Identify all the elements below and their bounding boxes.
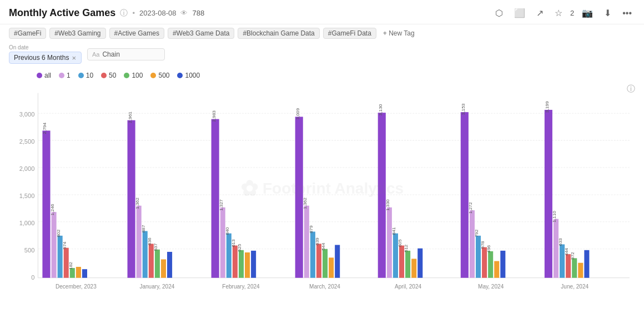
meta-date: 2023-08-08	[139, 9, 177, 17]
svg-text:500: 500	[24, 247, 34, 254]
legend-dot-1000	[177, 73, 183, 78]
svg-text:1,246: 1,246	[50, 204, 55, 215]
bar	[167, 252, 172, 278]
legend-label-50: 50	[109, 72, 116, 79]
external-link-button[interactable]: ↗	[533, 6, 547, 21]
bar	[405, 251, 410, 278]
tag-blockchaingamedata[interactable]: #Blockchain Game Data	[238, 28, 319, 39]
period-value: Previous 6 Months	[14, 54, 69, 62]
bar	[329, 257, 334, 277]
new-tag-button[interactable]: + New Tag	[380, 28, 418, 38]
legend-dot-1	[59, 73, 64, 78]
svg-text:1,110: 1,110	[552, 211, 557, 222]
bar	[82, 269, 87, 278]
chart-area: all 1 10 50 100 500 1000 ✿ Footpr	[0, 68, 644, 295]
bar	[239, 250, 244, 278]
bar	[52, 212, 57, 278]
text-icon: Aa	[92, 51, 99, 58]
bar	[323, 249, 328, 278]
bar	[155, 250, 160, 278]
period-close-button[interactable]: ×	[71, 54, 77, 62]
legend-1: 1	[59, 72, 71, 79]
bar	[584, 250, 589, 278]
svg-text:525: 525	[237, 244, 242, 251]
tag-activegames[interactable]: #Active Games	[109, 28, 164, 39]
filter-date-label: On date Previous 6 Months ×	[9, 44, 82, 64]
period-filter-chip[interactable]: Previous 6 Months ×	[9, 52, 82, 64]
info-icon[interactable]: ⓘ	[120, 8, 128, 18]
fullscreen-button[interactable]: ⬜	[511, 6, 529, 21]
bar	[335, 245, 340, 277]
svg-text:802: 802	[56, 229, 61, 237]
bar	[128, 120, 135, 278]
svg-text:3,199: 3,199	[545, 101, 550, 113]
bar	[411, 259, 416, 277]
svg-text:1,362: 1,362	[303, 198, 308, 209]
svg-text:June, 2024: June, 2024	[561, 283, 588, 289]
svg-text:613: 613	[231, 239, 236, 247]
legend-dot-500	[150, 73, 156, 78]
svg-text:544: 544	[321, 242, 326, 250]
more-button[interactable]: •••	[619, 6, 635, 21]
svg-text:636: 636	[147, 237, 152, 245]
svg-text:December, 2023: December, 2023	[56, 283, 97, 289]
svg-text:2,000: 2,000	[19, 165, 35, 172]
svg-text:3,009: 3,009	[295, 108, 300, 119]
legend-row: all 1 10 50 100 500 1000	[9, 68, 635, 82]
download-button[interactable]: ⬇	[601, 6, 615, 21]
tag-gamefi[interactable]: #GameFi	[9, 28, 46, 39]
chain-input-field[interactable]	[102, 50, 158, 58]
tag-gamefidata[interactable]: #GameFi Data	[323, 28, 376, 39]
svg-text:578: 578	[480, 241, 485, 249]
svg-text:April, 2024: April, 2024	[395, 283, 421, 289]
chain-filter[interactable]: Aa	[87, 48, 165, 60]
svg-text:1,327: 1,327	[219, 199, 224, 211]
bar	[470, 210, 475, 278]
bar	[137, 206, 142, 278]
svg-text:2,983: 2,983	[212, 110, 217, 122]
svg-text:January, 2024: January, 2024	[139, 283, 174, 289]
legend-dot-10	[78, 73, 84, 78]
svg-text:840: 840	[225, 227, 230, 235]
legend-label-10: 10	[86, 72, 93, 79]
svg-text:March, 2024: March, 2024	[309, 283, 340, 289]
bar	[378, 113, 386, 278]
bar	[488, 251, 493, 278]
svg-text:496: 496	[486, 245, 491, 252]
bar	[251, 251, 256, 278]
tags-row: #GameFi #Web3 Gaming #Active Games #Web3…	[0, 24, 644, 42]
chart-info-button[interactable]: ⓘ	[627, 84, 635, 94]
star-button[interactable]: ☆	[551, 6, 566, 21]
share-button[interactable]: ⬡	[492, 6, 506, 21]
svg-text:512: 512	[404, 244, 409, 252]
on-date-label: On date	[9, 44, 82, 50]
bar	[461, 112, 469, 278]
star-count: 2	[570, 9, 574, 17]
page-header: Monthly Active Games ⓘ • 2023-08-08 👁 78…	[0, 0, 644, 24]
bar	[387, 207, 392, 278]
svg-text:633: 633	[558, 238, 563, 246]
bar-chart: 0 500 1,000 1,500 2,000 2,500 3,000 2,79…	[9, 82, 635, 295]
legend-1000: 1000	[177, 72, 200, 79]
view-count: 788	[192, 9, 204, 17]
screenshot-button[interactable]: 📷	[578, 6, 596, 21]
svg-text:574: 574	[62, 241, 67, 249]
svg-text:1,362: 1,362	[135, 198, 140, 209]
svg-text:182: 182	[68, 262, 73, 270]
legend-10: 10	[78, 72, 93, 79]
svg-text:February, 2024: February, 2024	[222, 283, 260, 289]
svg-text:887: 887	[141, 225, 146, 232]
bar	[76, 267, 81, 278]
svg-text:1,272: 1,272	[468, 202, 473, 214]
svg-text:3,000: 3,000	[19, 111, 35, 118]
filters-row: On date Previous 6 Months × Aa	[0, 42, 644, 68]
tag-web3gamedata[interactable]: #Web3 Game Data	[168, 28, 235, 39]
legend-label-1000: 1000	[185, 72, 200, 79]
legend-dot-50	[101, 73, 107, 78]
svg-text:444: 444	[564, 248, 569, 256]
bar	[42, 130, 50, 277]
svg-text:605: 605	[398, 239, 402, 247]
tag-web3gaming[interactable]: #Web3 Gaming	[49, 28, 105, 39]
svg-text:1,500: 1,500	[19, 193, 35, 199]
legend-label-all: all	[44, 72, 51, 79]
